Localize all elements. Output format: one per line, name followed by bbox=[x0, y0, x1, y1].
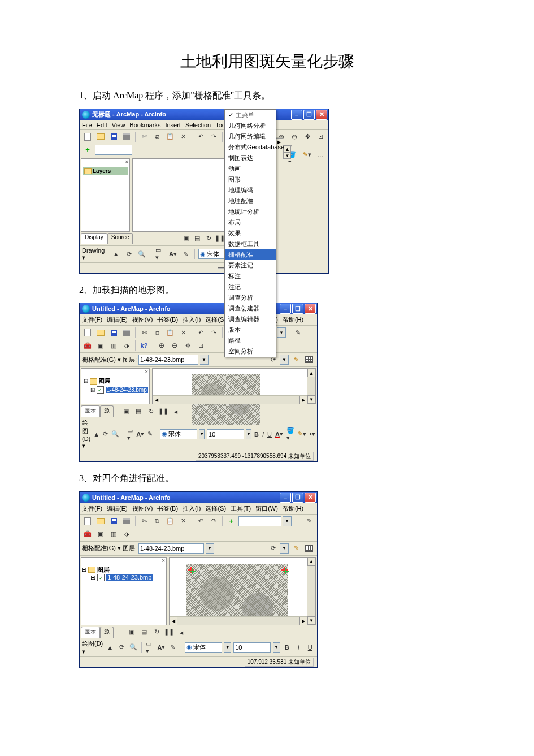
print-button[interactable] bbox=[121, 516, 132, 527]
rotate-icon[interactable]: ⟳ bbox=[117, 642, 127, 653]
layoutview-icon[interactable]: ▤ bbox=[133, 405, 144, 417]
context-menu-item[interactable]: 要素注记 bbox=[225, 260, 276, 271]
zoom-icon[interactable]: 🔍 bbox=[111, 429, 120, 440]
edit-vertices-icon[interactable]: ✎ bbox=[168, 642, 178, 653]
menu-bookmarks[interactable]: Bookmarks bbox=[129, 122, 160, 128]
print-button[interactable] bbox=[121, 131, 132, 142]
open-button[interactable] bbox=[95, 516, 106, 527]
paste-button[interactable]: 📋 bbox=[164, 327, 176, 338]
menu-edit[interactable]: Edit bbox=[97, 122, 107, 128]
toc-close-icon[interactable]: × bbox=[145, 369, 148, 375]
undo-button[interactable]: ↶ bbox=[195, 327, 206, 338]
add-data-button[interactable]: + bbox=[225, 516, 237, 527]
georef-menu[interactable]: 栅格配准(G) ▾ bbox=[82, 544, 121, 552]
context-menu-item[interactable]: 几何网络分析 bbox=[225, 120, 276, 131]
fontsize-dropdown[interactable]: ▼ bbox=[273, 642, 280, 653]
menu-selection[interactable]: 选择(S) bbox=[205, 504, 226, 513]
control-point-1-target[interactable] bbox=[190, 569, 194, 573]
open-button[interactable] bbox=[95, 327, 106, 338]
context-menu-item[interactable]: 注记 bbox=[225, 282, 276, 292]
paste-button[interactable]: 📋 bbox=[164, 516, 176, 527]
underline-button[interactable]: U bbox=[306, 642, 315, 653]
refresh-icon[interactable]: ↻ bbox=[151, 627, 162, 638]
italic-button[interactable]: I bbox=[262, 429, 264, 440]
rotate-icon[interactable]: ⟳ bbox=[102, 429, 108, 440]
layer-dropdown[interactable]: ▼ bbox=[206, 543, 214, 554]
copy-button[interactable]: ⧉ bbox=[151, 327, 163, 338]
menubar[interactable]: 文件(F) 编辑(E) 视图(V) 书签(B) 插入(I) 选择(S) 工具(T… bbox=[80, 503, 317, 515]
select-elements-icon[interactable]: ▲ bbox=[105, 642, 115, 653]
toc-layer-node[interactable]: ⊞ ✓ 1-48-24-23.bmp bbox=[81, 574, 166, 582]
link-table-icon[interactable] bbox=[303, 543, 315, 554]
tab-source[interactable]: 源 bbox=[100, 405, 114, 417]
tab-display[interactable]: Display bbox=[81, 233, 107, 244]
dataview-icon[interactable]: ▣ bbox=[180, 233, 192, 244]
scale-dropdown[interactable]: ▼ bbox=[277, 327, 286, 338]
pause-icon[interactable]: ❚❚ bbox=[163, 627, 175, 638]
map-canvas[interactable] bbox=[169, 557, 316, 625]
scrollbar-horizontal[interactable] bbox=[170, 616, 307, 625]
cmdline-icon[interactable]: ▣ bbox=[95, 340, 106, 351]
menu-file[interactable]: 文件(F) bbox=[82, 316, 102, 324]
toc-root[interactable]: ⊟ 图层 bbox=[81, 565, 166, 574]
bold-button[interactable]: B bbox=[254, 429, 259, 440]
drawing-label[interactable]: 绘图(D) ▾ bbox=[82, 640, 103, 655]
underline-button[interactable]: U bbox=[267, 429, 272, 440]
toc-close-icon[interactable]: × bbox=[125, 159, 128, 165]
cut-button[interactable]: ✄ bbox=[138, 516, 150, 527]
fontcolor-icon[interactable]: A▾ bbox=[275, 429, 284, 440]
menubar[interactable]: File Edit View Bookmarks Insert Selectio… bbox=[80, 120, 328, 130]
font-dropdown[interactable]: ▼ bbox=[199, 429, 205, 439]
rotate-dropdown[interactable]: ▼ bbox=[280, 355, 289, 365]
paste-button[interactable]: 📋 bbox=[164, 131, 176, 142]
maximize-button[interactable]: ☐ bbox=[292, 304, 303, 314]
context-menu-item[interactable]: 分布式Geodatabase bbox=[225, 142, 276, 153]
link-table-icon[interactable] bbox=[303, 354, 315, 365]
map-canvas[interactable] bbox=[152, 368, 316, 404]
catalog-icon[interactable]: ▥ bbox=[108, 340, 119, 351]
menu-window[interactable]: 窗口(W) bbox=[255, 504, 278, 513]
font-select[interactable]: ◉宋体 bbox=[185, 642, 222, 653]
save-button[interactable] bbox=[108, 327, 119, 338]
maximize-button[interactable]: ☐ bbox=[292, 493, 303, 503]
menu-selection[interactable]: 选择(S) bbox=[205, 316, 226, 324]
context-menu-item[interactable]: 调查编辑器 bbox=[225, 314, 276, 325]
fontsize-input[interactable]: 10 bbox=[233, 642, 271, 653]
add-control-point-icon[interactable] bbox=[290, 543, 302, 554]
edit-vertices-icon[interactable]: ✎ bbox=[180, 248, 191, 260]
bold-button[interactable]: B bbox=[283, 642, 292, 653]
italic-button[interactable]: I bbox=[294, 642, 303, 653]
font-dropdown[interactable]: ▼ bbox=[224, 642, 231, 653]
context-menu-item[interactable]: 地理编码 bbox=[225, 185, 276, 196]
new-button[interactable] bbox=[82, 327, 93, 338]
pause-icon[interactable]: ❚❚ bbox=[158, 405, 169, 417]
catalog-icon[interactable]: ▥ bbox=[108, 529, 119, 540]
model-icon[interactable]: ⬗ bbox=[121, 340, 132, 351]
maximize-button[interactable]: ☐ bbox=[303, 110, 315, 120]
map-canvas[interactable] bbox=[132, 158, 237, 232]
pan-icon[interactable]: ✥ bbox=[302, 131, 313, 142]
layoutview-icon[interactable]: ▤ bbox=[138, 627, 150, 638]
refresh-icon[interactable]: ↻ bbox=[203, 233, 214, 244]
cmdline-icon[interactable]: ▣ bbox=[95, 529, 106, 540]
zoom-icon[interactable]: 🔍 bbox=[128, 642, 138, 653]
arctoolbox-icon[interactable]: 🧰 bbox=[82, 529, 93, 540]
add-control-point-icon[interactable] bbox=[290, 354, 302, 365]
toolbars-context-menu[interactable]: ✓主菜单 几何网络分析 几何网络编辑 分布式Geodatabase 制图表达 动… bbox=[224, 109, 276, 357]
text-tool-icon[interactable]: A ▾ bbox=[157, 642, 166, 653]
menu-insert[interactable]: Insert bbox=[165, 122, 181, 128]
layer-select[interactable]: 1-48-24-23.bmp bbox=[138, 543, 204, 554]
scroll-up-icon[interactable] bbox=[283, 146, 291, 153]
print-button[interactable] bbox=[121, 327, 132, 338]
layer-dropdown[interactable]: ▼ bbox=[200, 355, 209, 365]
add-data-button[interactable]: + bbox=[82, 144, 93, 155]
menu-tools[interactable]: 工具(T) bbox=[231, 504, 251, 513]
scale-dropdown[interactable]: ▼ bbox=[283, 516, 292, 526]
menu-insert[interactable]: 插入(I) bbox=[183, 504, 201, 513]
new-button[interactable] bbox=[82, 516, 93, 527]
full-extent-icon[interactable]: ⊡ bbox=[195, 340, 206, 351]
pan-icon[interactable]: ✥ bbox=[182, 340, 193, 351]
georef-menu[interactable]: 栅格配准(G) ▾ bbox=[82, 356, 121, 364]
font-select[interactable]: ◉宋体 bbox=[160, 429, 197, 439]
save-button[interactable] bbox=[108, 131, 119, 142]
